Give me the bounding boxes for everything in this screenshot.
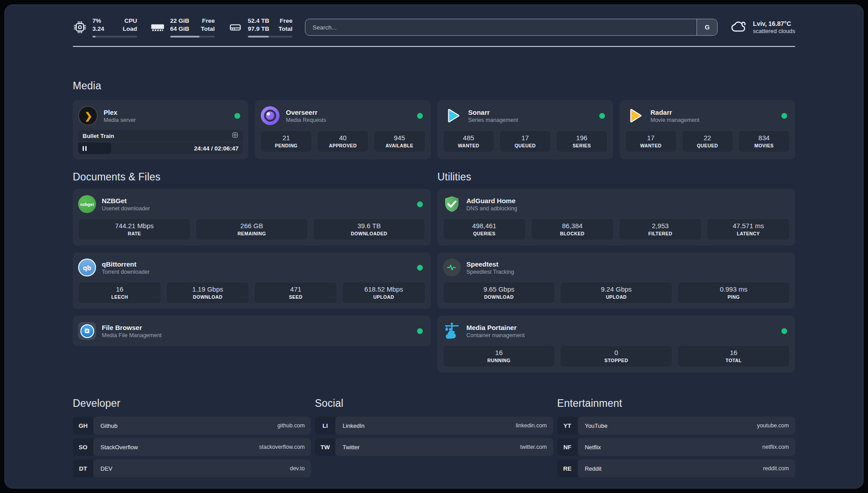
- search-bar[interactable]: G: [305, 19, 718, 36]
- app-description: Media server: [104, 117, 136, 123]
- cpu-usage-value: 7%: [92, 17, 104, 25]
- disk-icon: [228, 21, 242, 34]
- app-description: Usenet downloader: [102, 205, 150, 212]
- stat-tile: 86,384 BLOCKED: [531, 218, 614, 240]
- link-name: Reddit: [585, 465, 602, 472]
- link-abbr: SO: [73, 438, 93, 456]
- disk-total-value: 97.9 TB: [248, 25, 269, 33]
- link-abbr: NF: [557, 438, 578, 456]
- app-card-filebrowser[interactable]: File Browser Media File Management: [73, 316, 431, 346]
- app-card-nzbget[interactable]: nzbget NZBGet Usenet downloader 744.21 M…: [73, 189, 431, 246]
- link-abbr: GH: [73, 417, 93, 435]
- link-name: Netflix: [585, 444, 601, 451]
- link-abbr: DT: [73, 460, 93, 477]
- link-url: github.com: [277, 422, 305, 429]
- disk-usage-bar: [248, 36, 292, 38]
- status-online-dot: [417, 113, 423, 119]
- link-stackoverflow[interactable]: SO StackOverflow stackoverflow.com: [73, 438, 311, 456]
- app-name: Radarr: [651, 109, 700, 116]
- search-input[interactable]: [305, 19, 697, 35]
- section-title-media: Media: [73, 80, 795, 92]
- app-name: qBittorrent: [102, 260, 150, 268]
- documents-section: Documents & Files nzbget NZBGet Usenet d…: [73, 171, 431, 372]
- stat-tile: 16 TOTAL: [677, 345, 790, 367]
- utilities-section: Utilities AdGuard Home DNS and: [438, 171, 796, 372]
- pause-button[interactable]: [83, 146, 87, 151]
- cpu-stat: 7% 3.24 CPU Load: [73, 17, 137, 37]
- app-card-radarr[interactable]: Radarr Movie management 17 WANTED 22 QUE…: [620, 100, 795, 159]
- stat-tile: 9.24 Gbps UPLOAD: [560, 282, 672, 304]
- link-linkedin[interactable]: LI LinkedIn linkedin.com: [315, 417, 553, 435]
- stat-tile: 618.52 Mbps UPLOAD: [342, 282, 425, 304]
- stat-tile: 9.65 Gbps DOWNLOAD: [443, 282, 555, 304]
- stat-tile: 471 SEED: [254, 282, 337, 304]
- link-url: stackoverflow.com: [259, 444, 305, 450]
- stat-tile: 0.993 ms PING: [677, 282, 790, 304]
- link-name: Github: [100, 422, 117, 429]
- system-stats: 7% 3.24 CPU Load: [73, 17, 292, 37]
- app-card-plex[interactable]: ❯ Plex Media server Bullet Train: [73, 100, 248, 159]
- link-youtube[interactable]: YT YouTube youtube.com: [557, 417, 795, 435]
- status-online-dot: [599, 113, 605, 119]
- status-online-dot: [417, 201, 423, 207]
- app-card-sonarr[interactable]: Sonarr Series management 485 WANTED 17 Q…: [438, 100, 613, 159]
- memory-total-label: Total: [201, 25, 215, 33]
- disk-stat: 52.4 TB 97.9 TB Free Total: [228, 17, 292, 37]
- developer-links: Developer GH Github github.com SO StackO…: [73, 397, 311, 481]
- app-description: Media File Management: [102, 332, 162, 338]
- section-title-social: Social: [315, 397, 553, 409]
- section-title-developer: Developer: [73, 397, 311, 409]
- cpu-usage-bar: [92, 36, 137, 38]
- stat-tile: 1.19 Gbps DOWNLOAD: [166, 282, 249, 304]
- link-netflix[interactable]: NF Netflix netflix.com: [557, 438, 795, 456]
- link-github[interactable]: GH Github github.com: [73, 417, 311, 435]
- status-online-dot: [781, 113, 787, 119]
- stat-tile: 2,953 FILTERED: [619, 218, 702, 240]
- link-url: dev.to: [290, 465, 305, 472]
- nzbget-icon: nzbget: [78, 195, 96, 213]
- link-reddit[interactable]: RE Reddit reddit.com: [557, 460, 795, 477]
- portainer-icon: [443, 322, 461, 340]
- weather-location: Lviv, 16.87°C: [753, 20, 795, 27]
- link-name: DEV: [100, 465, 113, 472]
- weather-condition: scattered clouds: [753, 28, 795, 34]
- stat-tile: 17 WANTED: [625, 130, 677, 152]
- app-card-overseerr[interactable]: Overseerr Media Requests 21 PENDING 40 A…: [255, 100, 430, 159]
- stat-tile: 22 QUEUED: [682, 130, 734, 152]
- link-dev[interactable]: DT DEV dev.to: [73, 460, 311, 477]
- app-name: Overseerr: [286, 109, 326, 116]
- link-name: LinkedIn: [342, 422, 364, 429]
- memory-free-label: Free: [201, 17, 215, 25]
- cpu-label: CPU: [123, 17, 137, 25]
- status-online-dot: [781, 328, 787, 334]
- plex-icon: ❯: [78, 106, 98, 125]
- app-description: Series management: [468, 117, 518, 123]
- media-section: ❯ Plex Media server Bullet Train: [73, 100, 795, 159]
- now-playing-title: Bullet Train: [83, 133, 114, 139]
- app-card-adguard[interactable]: AdGuard Home DNS and adblocking 498,461 …: [438, 189, 796, 246]
- app-card-qbittorrent[interactable]: qb qBittorrent Torrent downloader 16 LEE…: [73, 252, 431, 309]
- app-description: DNS and adblocking: [467, 205, 517, 212]
- section-title-utilities: Utilities: [438, 171, 796, 183]
- filebrowser-icon: [78, 322, 96, 340]
- disk-total-label: Total: [279, 25, 292, 33]
- status-online-dot: [234, 113, 240, 119]
- load-label: Load: [123, 25, 137, 33]
- stat-tile: 196 SERIES: [556, 130, 608, 152]
- link-url: linkedin.com: [516, 422, 547, 429]
- app-card-portainer[interactable]: Media Portainer Container management 16 …: [438, 316, 796, 372]
- memory-stat: 22 GiB 64 GiB Free Total: [150, 17, 215, 37]
- speedtest-icon: [443, 259, 461, 276]
- overseerr-icon: [260, 106, 280, 125]
- radarr-icon: [625, 106, 645, 125]
- search-engine-button[interactable]: G: [697, 19, 717, 35]
- stat-tile: 40 APPROVED: [317, 130, 369, 152]
- app-card-speedtest[interactable]: Speedtest Speedtest Tracking 9.65 Gbps D…: [438, 252, 796, 309]
- stat-tile: 47.571 ms LATENCY: [707, 218, 790, 240]
- app-name: Speedtest: [467, 260, 514, 268]
- stat-tile: 945 AVAILABLE: [374, 130, 426, 152]
- link-twitter[interactable]: TW Twitter twitter.com: [315, 438, 553, 456]
- media-type-icon: [232, 132, 238, 140]
- cpu-icon: [73, 21, 87, 34]
- section-title-entertainment: Entertainment: [557, 397, 795, 409]
